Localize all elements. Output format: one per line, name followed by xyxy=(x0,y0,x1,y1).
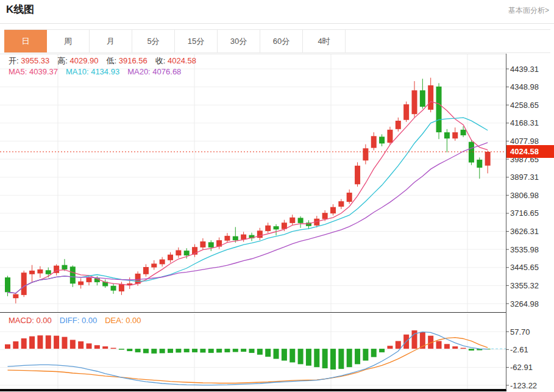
y-axis-label: -2.61 xyxy=(510,345,528,354)
y-axis-label: -123.22 xyxy=(510,381,537,390)
current-price-value: 4024.58 xyxy=(510,147,539,156)
y-axis-label: 3626.31 xyxy=(510,227,539,236)
y-axis-label: 3806.98 xyxy=(510,191,539,200)
kline-chart-canvas[interactable]: 4439.314348.984258.654168.314077.983987.… xyxy=(0,0,554,392)
macd-histogram xyxy=(5,330,491,369)
y-axis-label: 3535.98 xyxy=(510,245,539,254)
y-axis-label: -62.91 xyxy=(510,363,533,372)
y-axis-labels: 4439.314348.984258.654168.314077.983987.… xyxy=(506,65,539,390)
current-price-badge: 4024.58 xyxy=(506,145,554,158)
y-axis-label: 3355.32 xyxy=(510,281,539,290)
y-axis-label: 4348.98 xyxy=(510,82,539,91)
bottom-bar xyxy=(0,389,506,391)
y-axis-label: 4168.31 xyxy=(510,118,539,127)
y-axis-label: 3716.65 xyxy=(510,208,539,218)
y-axis-label: 4439.31 xyxy=(510,65,539,74)
y-axis-label: 3445.65 xyxy=(510,263,539,272)
candlestick-series xyxy=(5,78,491,304)
ma20-line xyxy=(8,143,488,293)
y-axis-label: 3897.31 xyxy=(510,173,539,182)
ma10-line xyxy=(8,118,488,293)
y-axis-label: 4077.98 xyxy=(510,137,539,146)
y-axis-label: 4258.65 xyxy=(510,101,539,110)
ma5-line xyxy=(8,102,488,293)
y-axis-label: 3264.98 xyxy=(510,299,539,308)
y-axis-label: 57.70 xyxy=(510,327,530,337)
